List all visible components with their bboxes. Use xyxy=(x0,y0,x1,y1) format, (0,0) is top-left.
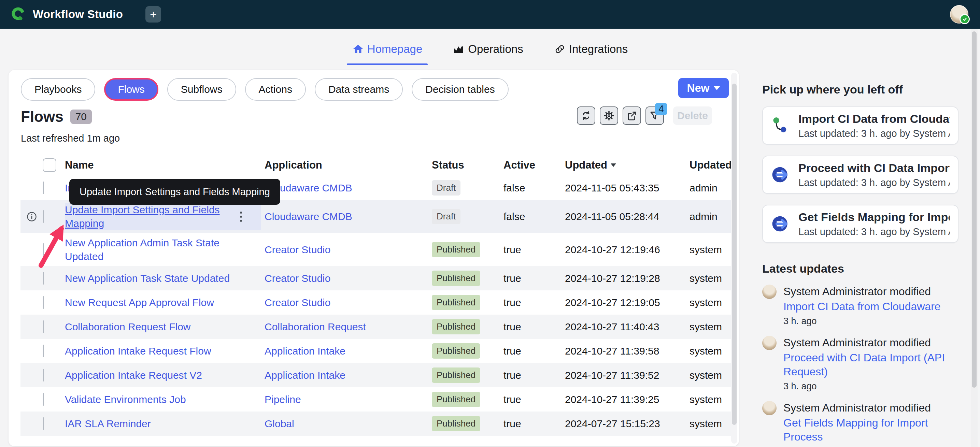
flow-icon xyxy=(771,116,790,135)
flows-panel: PlaybooksFlowsSubflowsActionsData stream… xyxy=(8,70,739,446)
table-row[interactable]: Application Intake Request V2 Applicatio… xyxy=(21,363,734,387)
column-header-status[interactable]: Status xyxy=(432,159,503,171)
info-icon[interactable] xyxy=(27,212,37,222)
updated-by-value: admin xyxy=(689,182,734,194)
row-menu-icon[interactable] xyxy=(240,212,242,222)
pickup-card-title: Get Fields Mapping for Import... xyxy=(799,210,950,224)
active-value: true xyxy=(503,244,565,256)
status-badge: Draft xyxy=(432,180,460,196)
tab-integrations[interactable]: Integrations xyxy=(553,41,628,58)
proceed-arrow-icon xyxy=(771,165,790,184)
row-checkbox[interactable] xyxy=(43,320,44,333)
column-header-active[interactable]: Active xyxy=(503,159,565,171)
pickup-card[interactable]: Import CI Data from Cloudaw... Last upda… xyxy=(762,107,958,145)
flow-name-link[interactable]: IAR SLA Reminder xyxy=(65,417,151,431)
page-scrollbar-thumb[interactable] xyxy=(972,32,977,388)
status-badge: Published xyxy=(432,367,480,383)
row-checkbox[interactable] xyxy=(43,181,44,194)
active-value: true xyxy=(503,345,565,357)
avatar xyxy=(762,401,776,415)
row-checkbox[interactable] xyxy=(43,369,44,382)
row-checkbox[interactable] xyxy=(43,345,44,357)
application-link[interactable]: Cloudaware CMDB xyxy=(264,211,352,222)
table-row[interactable]: Application Intake Request Flow Applicat… xyxy=(21,339,734,363)
application-link[interactable]: Application Intake xyxy=(264,369,345,381)
updated-by-value: system xyxy=(689,244,734,256)
export-button[interactable] xyxy=(623,107,641,125)
row-checkbox[interactable] xyxy=(43,417,44,430)
pickup-card[interactable]: Proceed with CI Data Import (... Last up… xyxy=(762,156,958,194)
pill-playbooks[interactable]: Playbooks xyxy=(21,78,95,101)
pill-decision-tables[interactable]: Decision tables xyxy=(412,78,508,101)
tab-operations[interactable]: Operations xyxy=(452,41,523,58)
update-target-link[interactable]: Proceed with CI Data Import (API Request… xyxy=(783,351,958,379)
application-link[interactable]: Application Intake xyxy=(264,345,345,356)
application-link[interactable]: Collaboration Request xyxy=(264,321,366,332)
table-row[interactable]: Validate Environments Job Pipeline Publi… xyxy=(21,387,734,412)
updated-by-value: system xyxy=(689,297,734,309)
row-checkbox[interactable] xyxy=(43,272,44,285)
table-header-row: Name Application Status Active Updated U… xyxy=(21,154,734,176)
refresh-button[interactable] xyxy=(577,107,595,125)
row-checkbox[interactable] xyxy=(43,243,44,256)
update-item: System Administrator modified Proceed wi… xyxy=(762,336,958,392)
delete-button[interactable]: Delete xyxy=(673,107,712,125)
update-target-link[interactable]: Get Fields Mapping for Import Process xyxy=(783,416,958,444)
new-workspace-button[interactable]: + xyxy=(145,6,161,22)
updated-by-value: system xyxy=(689,273,734,284)
application-link[interactable]: Pipeline xyxy=(264,394,301,405)
tab-homepage[interactable]: Homepage xyxy=(352,41,423,58)
new-button[interactable]: New xyxy=(678,78,729,98)
pickup-card[interactable]: Get Fields Mapping for Import... Last up… xyxy=(762,205,958,243)
pill-label: Flows xyxy=(118,84,145,95)
table-row[interactable]: New Application Admin Task State Updated… xyxy=(21,233,734,266)
update-item: System Administrator modified Import CI … xyxy=(762,285,958,326)
flow-name-link[interactable]: New Application Admin Task State Updated xyxy=(65,236,240,263)
pill-actions[interactable]: Actions xyxy=(245,78,306,101)
pill-subflows[interactable]: Subflows xyxy=(167,78,236,101)
updated-value: 2024-10-27 11:39:58 xyxy=(565,345,689,357)
application-link[interactable]: Creator Studio xyxy=(264,297,331,308)
update-actor-text: System Administrator modified xyxy=(783,401,958,415)
application-link[interactable]: Creator Studio xyxy=(264,273,331,284)
column-header-updated[interactable]: Updated xyxy=(565,159,689,171)
column-header-updated-by[interactable]: Updated by xyxy=(689,159,734,171)
pickup-card-subtitle: Last updated: 3 h. ago by System Adminis… xyxy=(799,128,950,139)
column-header-name[interactable]: Name xyxy=(65,159,264,171)
table-row[interactable]: Update Import Settings and Fields Mappin… xyxy=(21,200,734,233)
application-link[interactable]: Global xyxy=(264,418,294,429)
flow-name-link[interactable]: New Request App Approval Flow xyxy=(65,296,214,310)
pill-data-streams[interactable]: Data streams xyxy=(315,78,403,101)
updated-by-value: system xyxy=(689,418,734,430)
workflow-studio-logo-icon xyxy=(10,6,27,22)
flow-name-link[interactable]: New Application Task State Updated xyxy=(65,272,230,285)
column-header-application[interactable]: Application xyxy=(264,159,432,171)
flow-name-link[interactable]: Application Intake Request Flow xyxy=(65,344,211,358)
user-avatar[interactable] xyxy=(950,5,968,24)
row-checkbox[interactable] xyxy=(43,210,44,223)
select-all-checkbox[interactable] xyxy=(43,158,56,172)
status-badge: Published xyxy=(432,392,480,407)
table-row[interactable]: New Request App Approval Flow Creator St… xyxy=(21,290,734,315)
page-title: Flows xyxy=(21,108,64,125)
flow-name-link[interactable]: Update Import Settings and Fields Mappin… xyxy=(65,203,237,230)
flow-name-link[interactable]: Collaboration Request Flow xyxy=(65,320,191,334)
table-row[interactable]: Collaboration Request Flow Collaboration… xyxy=(21,315,734,339)
status-badge: Published xyxy=(432,270,480,286)
filter-button[interactable]: 4 xyxy=(646,107,664,125)
update-target-link[interactable]: Import CI Data from Cloudaware xyxy=(783,300,941,314)
flow-name-link[interactable]: Validate Environments Job xyxy=(65,393,186,406)
table-row[interactable]: IAR SLA Reminder Global Published true 2… xyxy=(21,412,734,436)
settings-button[interactable] xyxy=(600,107,618,125)
table-scrollbar-thumb[interactable] xyxy=(732,84,737,425)
status-badge: Published xyxy=(432,343,480,359)
update-time: 3 h. ago xyxy=(783,381,958,392)
table-row[interactable]: New Application Task State Updated Creat… xyxy=(21,266,734,290)
flow-name-link[interactable]: Application Intake Request V2 xyxy=(65,369,202,382)
row-checkbox[interactable] xyxy=(43,296,44,309)
count-badge: 70 xyxy=(70,110,92,124)
row-checkbox[interactable] xyxy=(43,393,44,406)
updated-by-value: system xyxy=(689,369,734,381)
application-link[interactable]: Creator Studio xyxy=(264,244,331,255)
pill-flows[interactable]: Flows xyxy=(104,78,158,101)
